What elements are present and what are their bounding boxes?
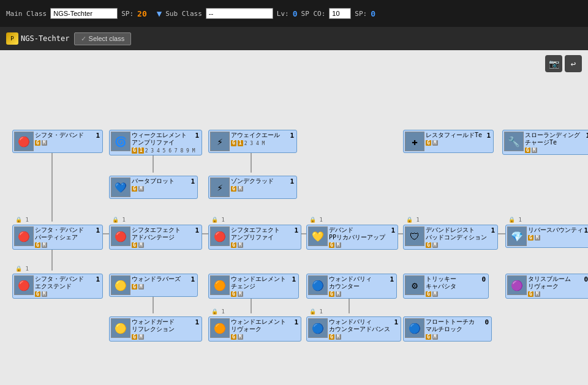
badge-g12: G <box>426 242 431 248</box>
skill-badges-talis: G M <box>528 291 588 297</box>
prereq-extend: 🔒 1 <box>15 266 29 272</box>
badge-m20: M <box>336 334 341 340</box>
skill-talis[interactable]: 🟣 タリスブルームリヴォーク G M 0 <box>505 274 588 299</box>
skill-info-barta: バータブロット G M <box>132 178 196 192</box>
bc-p-icon: P <box>6 32 18 45</box>
skill-icon-party: 🔴 <box>14 226 34 246</box>
badge-g15: G <box>132 284 137 290</box>
skill-name-tricky: トリッキーキャパシタ <box>426 275 487 290</box>
skill-info-debandres: デバンドレジストバッドコンディション G M <box>426 226 496 248</box>
badge-g2: G <box>132 148 137 154</box>
skill-icon-barta: 💙 <box>111 178 130 197</box>
skill-party[interactable]: 🔒 1 🔴 シフタ・デバンドパーティシェア G M 1 <box>12 225 103 250</box>
prereq-reverse: 🔒 1 <box>508 217 522 223</box>
skill-name-zonde: ゾンデクラッド <box>231 178 295 185</box>
skill-icon-debandres: 🛡 <box>405 226 424 246</box>
skill-slow[interactable]: 🔧 スローランディングチャージTe G M 1 <box>502 130 588 155</box>
skill-badges-float: G M <box>426 334 490 340</box>
skill-level-deband: 1 <box>391 226 395 234</box>
skill-info-weakelem: ウィークエレメントアンプリファイ G 1 2 3 4 5 6 7 8 9 M <box>132 132 200 154</box>
skill-info-shiftaadv: シフタエフェクトアドバンテージ G M <box>132 226 200 248</box>
skill-extend[interactable]: 🔒 1 🔴 シフタ・デバンドエクステンド G M 1 <box>12 274 103 299</box>
skill-name-wandctrAdv: ウォンドバリィカウンターアドバンス <box>329 318 399 333</box>
skill-wandguard[interactable]: 🟡 ウォンドガードリフレクション G M 1 <box>109 316 202 342</box>
skill-level-debandres: 1 <box>491 226 495 234</box>
badge-m16: M <box>432 291 438 297</box>
skill-zonde[interactable]: ⚡ ゾンデクラッド G M 1 <box>208 176 297 199</box>
skill-icon-weakelem: 🌀 <box>111 132 130 151</box>
badge-m10: M <box>432 242 438 248</box>
skill-badges-deband: G M <box>329 242 396 248</box>
skill-reverse[interactable]: 🔒 1 💎 リバースバウンティ G M 1 <box>505 225 588 248</box>
skill-wandelemrev[interactable]: 🔒 1 🟠 ウォンドエレメントリヴォーク G M 1 <box>208 316 301 342</box>
skill-awake[interactable]: ⚡ アウェイクエール G 1 2 3 4 M 1 <box>208 130 297 153</box>
skill-level-reverse: 1 <box>584 226 588 234</box>
skill-shiftad[interactable]: 🔴 シフタ・デバンド G M 1 <box>12 130 103 153</box>
skill-level-shiftaamp: 1 <box>294 226 298 234</box>
skill-name-wandctr: ウォンドバリィカウンター <box>329 275 395 290</box>
skill-wand[interactable]: 🟡 ウォンドラバーズ G M 1 <box>109 274 198 297</box>
skill-name-talis: タリスブルームリヴォーク <box>528 275 588 290</box>
skill-tricky[interactable]: ⚙ トリッキーキャパシタ G M 0 <box>403 274 489 299</box>
skill-level-wandguard: 1 <box>195 318 199 326</box>
sp-label1: SP: <box>121 10 134 18</box>
skill-level-wandelem: 1 <box>292 275 296 283</box>
skill-weakelem[interactable]: 🌀 ウィークエレメントアンプリファイ G 1 2 3 4 5 6 7 8 9 M… <box>109 130 202 155</box>
skill-info-awake: アウェイクエール G 1 2 3 4 M <box>231 132 295 146</box>
badge-g6: G <box>132 186 137 192</box>
skill-wandctr[interactable]: 🔵 ウォンドバリィカウンター G M 1 <box>306 274 397 299</box>
skill-name-wandelem: ウォンドエレメントチェンジ <box>231 275 297 290</box>
badge-m19: M <box>238 334 243 340</box>
skill-barta[interactable]: 💙 バータブロット G M 1 <box>109 176 198 199</box>
skill-shiftaamp[interactable]: 🔒 1 🔴 シフタエフェクトアンプリファイ G M 1 <box>208 225 301 250</box>
badge-g5: G <box>525 148 530 153</box>
select-class-button[interactable]: Select class <box>74 32 131 45</box>
sub-class-input[interactable] <box>206 8 273 19</box>
badge-g4: G <box>426 140 431 146</box>
sp-co-label: SP CO: <box>301 10 326 18</box>
main-class-input[interactable] <box>50 8 118 19</box>
skill-deband[interactable]: 🔒 1 💛 デバンドPPリカバリーアップ G M 1 <box>306 225 398 250</box>
skill-wandelem[interactable]: 🟠 ウォンドエレメントチェンジ G M 1 <box>208 274 299 299</box>
skill-debandres[interactable]: 🔒 1 🛡 デバンドレジストバッドコンディション G M 1 <box>403 225 498 250</box>
skill-info-reverse: リバースバウンティ G M <box>528 226 588 241</box>
badge-m: M <box>42 140 47 146</box>
skill-level-shiftad: 1 <box>96 132 100 140</box>
skill-info-wandelem: ウォンドエレメントチェンジ G M <box>231 275 297 297</box>
skill-icon-tricky: ⚙ <box>405 275 424 295</box>
skill-level-tricky: 0 <box>481 275 486 283</box>
skill-level-zonde: 1 <box>290 178 294 185</box>
skill-badges-tricky: G M <box>426 291 487 297</box>
badge-g18: G <box>426 291 431 297</box>
badge-g21: G <box>231 334 236 340</box>
badge-g16: G <box>231 291 236 297</box>
badge-12: 1 <box>238 140 243 146</box>
skill-badges-debandres: G M <box>426 242 496 248</box>
skill-name-barta: バータブロット <box>132 178 196 185</box>
skill-badges-shiftaamp: G M <box>231 242 300 248</box>
sp-co-input[interactable] <box>329 8 351 19</box>
skill-name-wand: ウォンドラバーズ <box>132 275 196 283</box>
badge-g3: G <box>231 140 236 146</box>
skill-level-extend: 1 <box>96 275 100 283</box>
skill-info-party: シフタ・デバンドパーティシェア G M <box>35 226 101 248</box>
skill-level-wand: 1 <box>190 275 195 283</box>
skill-badges-resta: G M <box>426 140 492 146</box>
skill-resta[interactable]: ✚ レスタフィールドTe G M 1 <box>403 130 494 153</box>
skill-level-barta: 1 <box>190 178 195 185</box>
prereq-shiftaamp: 🔒 1 <box>211 217 225 223</box>
skill-wandctrAdv[interactable]: 🔒 1 🔵 ウォンドバリィカウンターアドバンス G M 1 <box>306 316 401 342</box>
skill-info-extend: シフタ・デバンドエクステンド G M <box>35 275 101 297</box>
skill-level-slow: 1 <box>586 132 588 140</box>
skill-float[interactable]: 🔵 フロートトーチカマルチロック G M 0 <box>403 316 492 342</box>
skill-icon-wandelem: 🟠 <box>210 275 230 295</box>
skill-shiftaadv[interactable]: 🔒 1 🔴 シフタエフェクトアドバンテージ G M 1 <box>109 225 202 250</box>
sub-class-label: Sub Class <box>165 10 202 18</box>
skill-name-deband: デバンドPPリカバリーアップ <box>329 226 396 241</box>
skill-badges-slow: G M <box>525 148 588 153</box>
badge-g22: G <box>329 334 334 340</box>
skill-name-shiftaadv: シフタエフェクトアドバンテージ <box>132 226 200 241</box>
skill-icon-deband: 💛 <box>308 226 328 246</box>
badge-m3: M <box>532 148 537 153</box>
skill-tree: 🔴 シフタ・デバンド G M 1 🌀 ウィークエレメントアンプリファイ G 1 … <box>6 56 582 350</box>
